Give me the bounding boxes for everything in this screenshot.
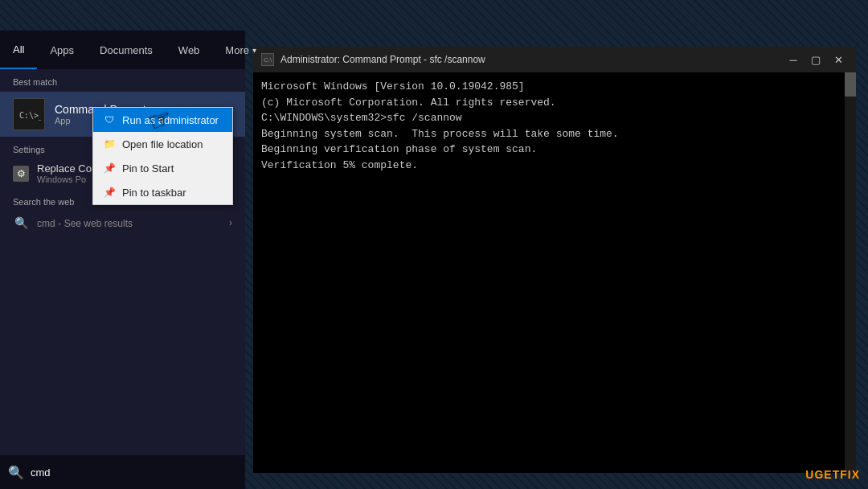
context-menu-item-open-location[interactable]: 📁 Open file location	[93, 132, 232, 156]
tab-apps[interactable]: Apps	[37, 31, 87, 69]
taskbar-search-icon: 🔍	[8, 465, 24, 480]
cmd-window-title: Administrator: Command Prompt - sfc /sca…	[280, 54, 777, 65]
pin-taskbar-icon: 📌	[103, 186, 116, 199]
start-menu-tabs: All Apps Documents Web More ▾	[0, 31, 245, 69]
cmd-titlebar: C:\ Administrator: Command Prompt - sfc …	[253, 47, 856, 72]
search-web-item[interactable]: 🔍 cmd - See web results ›	[0, 210, 245, 236]
cmd-content-area: Microsoft Windows [Version 10.0.19042.98…	[253, 72, 856, 473]
folder-icon: 📁	[103, 138, 116, 150]
cmd-window-controls: ─ ▢ ✕	[784, 51, 848, 68]
settings-desc: Windows Po	[37, 175, 100, 184]
search-web-content: 🔍 cmd - See web results	[13, 215, 229, 231]
cmd-line-4: C:\WINDOWS\system32>sfc /scannow	[261, 110, 848, 126]
tab-documents[interactable]: Documents	[87, 31, 166, 69]
shield-icon: 🛡	[103, 113, 116, 126]
watermark: UGETFIX	[805, 468, 860, 481]
cmd-scrollbar-thumb[interactable]	[845, 72, 856, 97]
pin-start-icon: 📌	[103, 162, 116, 175]
svg-text:C:\>_: C:\>_	[19, 111, 41, 121]
context-menu-item-pin-taskbar[interactable]: 📌 Pin to taskbar	[93, 180, 232, 204]
settings-name: Replace Com	[37, 162, 100, 175]
search-web-icon: 🔍	[13, 215, 29, 231]
cmd-app-icon: C:\>_	[13, 98, 45, 130]
context-menu-item-run-admin[interactable]: 🛡 Run as administrator	[93, 108, 232, 132]
best-match-label: Best match	[0, 69, 245, 92]
cmd-line-2: (c) Microsoft Corporation. All rights re…	[261, 95, 848, 111]
tab-all[interactable]: All	[0, 31, 37, 69]
context-menu-item-pin-start[interactable]: 📌 Pin to Start	[93, 156, 232, 180]
settings-text: Replace Com Windows Po	[37, 162, 100, 184]
cmd-line-9: Verification 5% complete.	[261, 158, 848, 174]
cmd-line-8: Beginning verification phase of system s…	[261, 142, 848, 158]
search-web-arrow-icon: ›	[229, 217, 232, 228]
context-menu: 🛡 Run as administrator 📁 Open file locat…	[92, 107, 233, 205]
tab-more[interactable]: More ▾	[212, 31, 269, 69]
taskbar: 🔍	[0, 455, 245, 489]
cmd-window: C:\ Administrator: Command Prompt - sfc …	[253, 47, 856, 473]
cmd-maximize-button[interactable]: ▢	[806, 51, 825, 68]
tab-web[interactable]: Web	[166, 31, 213, 69]
cmd-minimize-button[interactable]: ─	[784, 51, 803, 68]
cmd-line-1: Microsoft Windows [Version 10.0.19042.98…	[261, 79, 848, 95]
settings-gear-icon: ⚙	[13, 166, 29, 182]
cmd-close-button[interactable]: ✕	[829, 51, 848, 68]
chevron-down-icon: ▾	[252, 46, 256, 55]
search-web-text: cmd - See web results	[37, 217, 133, 229]
taskbar-search-input[interactable]	[31, 466, 237, 479]
start-menu: All Apps Documents Web More ▾ Best match…	[0, 31, 245, 489]
cmd-line-6: Beginning system scan. This process will…	[261, 126, 848, 142]
cmd-scrollbar[interactable]	[845, 72, 856, 473]
